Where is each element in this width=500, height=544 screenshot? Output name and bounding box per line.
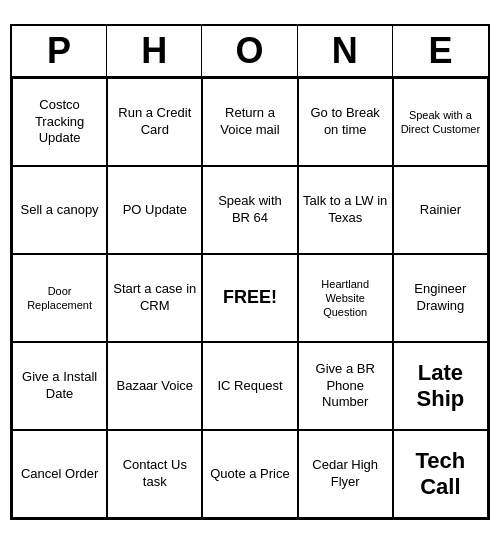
bingo-cell: Give a Install Date [12, 342, 107, 430]
bingo-cell: Contact Us task [107, 430, 202, 518]
bingo-cell: Costco Tracking Update [12, 78, 107, 166]
bingo-cell: Talk to a LW in Texas [298, 166, 393, 254]
bingo-cell: Go to Break on time [298, 78, 393, 166]
bingo-cell: IC Request [202, 342, 297, 430]
bingo-cell: Sell a canopy [12, 166, 107, 254]
bingo-cell: Tech Call [393, 430, 488, 518]
bingo-header: PHONE [12, 26, 488, 78]
bingo-cell: Speak with a Direct Customer [393, 78, 488, 166]
bingo-cell: Cedar High Flyer [298, 430, 393, 518]
bingo-cell: Cancel Order [12, 430, 107, 518]
header-letter: N [298, 26, 393, 76]
header-letter: H [107, 26, 202, 76]
bingo-cell: Bazaar Voice [107, 342, 202, 430]
bingo-cell: Engineer Drawing [393, 254, 488, 342]
bingo-cell: Return a Voice mail [202, 78, 297, 166]
bingo-cell: Rainier [393, 166, 488, 254]
bingo-cell: Late Ship [393, 342, 488, 430]
bingo-cell: Speak with BR 64 [202, 166, 297, 254]
bingo-cell: Start a case in CRM [107, 254, 202, 342]
bingo-cell: PO Update [107, 166, 202, 254]
bingo-grid: Costco Tracking UpdateRun a Credit CardR… [12, 78, 488, 518]
header-letter: E [393, 26, 488, 76]
bingo-cell: Quote a Price [202, 430, 297, 518]
bingo-cell: Door Replacement [12, 254, 107, 342]
bingo-card: PHONE Costco Tracking UpdateRun a Credit… [10, 24, 490, 520]
header-letter: P [12, 26, 107, 76]
bingo-cell: FREE! [202, 254, 297, 342]
header-letter: O [202, 26, 297, 76]
bingo-cell: Run a Credit Card [107, 78, 202, 166]
bingo-cell: Give a BR Phone Number [298, 342, 393, 430]
bingo-cell: Heartland Website Question [298, 254, 393, 342]
